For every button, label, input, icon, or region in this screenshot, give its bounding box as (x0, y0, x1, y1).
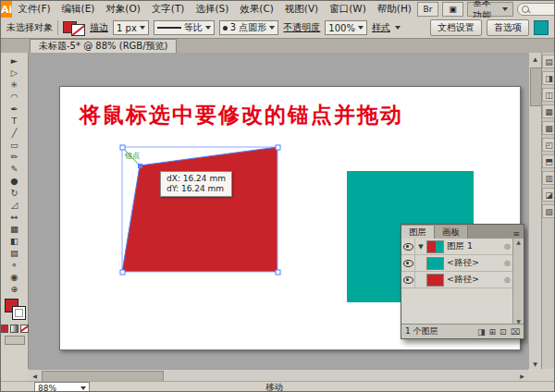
pen-tool[interactable]: ✒ (4, 103, 26, 115)
gradient-tool[interactable]: ▤ (4, 247, 26, 259)
scroll-up-icon[interactable]: ▲ (529, 53, 541, 64)
menu-file[interactable]: 文件(F) (12, 3, 56, 16)
opacity-panel-link[interactable]: 不透明度 (283, 21, 320, 34)
dock-panel-icon-color[interactable]: ▤ (542, 55, 555, 68)
scroll-left-icon[interactable]: ◀ (29, 370, 41, 381)
illustrator-window: { "app": { "logo": "Ai", "workspace": "基… (0, 0, 555, 392)
scale-tool[interactable]: ◿ (4, 199, 26, 211)
horizontal-scrollbar[interactable]: ◀ ▶ (29, 369, 528, 381)
type-tool[interactable]: T (4, 115, 26, 127)
scroll-up-icon[interactable]: ▲ (516, 239, 521, 245)
rotate-tool[interactable]: ↻ (4, 187, 26, 199)
eyedropper-tool[interactable]: ⌖ (4, 259, 26, 271)
path-name[interactable]: <路径> (447, 274, 504, 286)
tutorial-heading-text[interactable]: 将鼠标选中要修改的锚点并拖动 (80, 101, 403, 129)
dock-panel-icon-stroke[interactable]: ▩ (542, 121, 555, 135)
path-name[interactable]: <路径> (447, 257, 504, 269)
hand-tool[interactable]: ◉ (4, 271, 26, 283)
color-button[interactable] (0, 325, 8, 333)
red-rectangle-shape[interactable] (122, 147, 278, 272)
anchor-point[interactable] (276, 270, 280, 275)
visibility-cell[interactable] (401, 272, 415, 288)
draw-mode-button[interactable] (5, 336, 25, 345)
anchor-point[interactable] (276, 145, 280, 150)
blob-brush-tool[interactable]: ● (4, 175, 26, 187)
document-tab[interactable]: 未标题-5* @ 88% (RGB/预览) (30, 39, 177, 53)
color-mode-buttons (0, 325, 29, 333)
stroke-color-swatch[interactable] (12, 306, 26, 320)
workspace-switcher[interactable]: 基本功能 (467, 2, 513, 17)
line-segment-tool[interactable]: ╱ (4, 127, 26, 139)
layer-name[interactable]: 图层 1 (447, 240, 504, 252)
menu-type[interactable]: 文字(T) (146, 3, 191, 16)
stroke-panel-link[interactable]: 描边 (90, 21, 108, 34)
dock-panel-icon-gradient[interactable]: ◰ (542, 138, 555, 152)
arrange-documents-button[interactable]: ▣ (442, 2, 463, 17)
paintbrush-tool[interactable]: ✏ (4, 151, 26, 163)
free-transform-tool[interactable]: ▦ (4, 223, 26, 235)
target-icon[interactable]: ◎ (504, 276, 511, 284)
search-input[interactable] (517, 3, 555, 16)
target-icon[interactable]: ◎ (504, 242, 511, 251)
lasso-tool[interactable]: ◠ (4, 91, 26, 103)
opacity-dropdown[interactable]: 100% (325, 20, 367, 35)
anchor-point-original[interactable] (120, 145, 125, 150)
stroke-width-value: 1 px (117, 23, 137, 33)
stroke-width-dropdown[interactable]: 1 px (113, 20, 149, 35)
stroke-profile-dropdown[interactable]: 等比 (154, 20, 215, 35)
dock-panel-icon-appearance[interactable]: ▥ (542, 171, 555, 185)
tab-layers[interactable]: 图层 (401, 226, 435, 239)
pencil-tool[interactable]: ✎ (4, 163, 26, 175)
make-clipping-mask-button[interactable]: ◨ (477, 327, 486, 337)
new-layer-button[interactable]: ⊡ (500, 327, 507, 337)
menu-select[interactable]: 选择(S) (190, 3, 234, 16)
shape-builder-tool[interactable]: ◧ (4, 235, 26, 247)
anchor-point-dragged[interactable] (138, 164, 142, 168)
bridge-button[interactable]: Br (417, 2, 438, 17)
style-panel-link[interactable]: 样式 (372, 21, 390, 34)
path-row-red[interactable]: <路径> ◎ (401, 272, 513, 288)
layers-scrollbar[interactable]: ▲ ▼ (512, 239, 524, 325)
path-row-teal[interactable]: <路径> ◎ (401, 255, 513, 272)
menu-edit[interactable]: 编辑(E) (56, 3, 101, 16)
vertical-scroll-thumb[interactable] (530, 67, 542, 106)
teal-app-icon[interactable] (534, 20, 549, 35)
anchor-point[interactable] (120, 270, 125, 275)
zoom-tool[interactable]: ⊕ (4, 283, 26, 295)
direct-selection-tool[interactable]: ▷ (4, 67, 26, 79)
rectangle-tool[interactable]: ▭ (4, 139, 26, 151)
magic-wand-tool[interactable]: ✳ (4, 79, 26, 91)
dock-panel-icon-layers[interactable]: ▧ (542, 204, 555, 218)
width-tool[interactable]: ↔ (4, 211, 26, 223)
vertical-scrollbar[interactable]: ▲ ▼ (528, 53, 541, 369)
visibility-cell[interactable] (401, 239, 415, 254)
dock-panel-icon-graphic-styles[interactable]: ◪ (542, 188, 555, 202)
document-setup-button[interactable]: 文档设置 (430, 19, 482, 36)
zoom-level-dropdown[interactable]: 88% (34, 382, 90, 392)
dock-panel-icon-swatches[interactable]: ◨ (542, 71, 555, 85)
scroll-right-icon[interactable]: ▶ (516, 370, 528, 381)
none-button[interactable] (20, 325, 29, 333)
brush-dropdown[interactable]: 3 点圆形 (219, 20, 279, 35)
dock-panel-icon-symbols[interactable]: ▦ (542, 104, 555, 118)
visibility-cell[interactable] (401, 255, 415, 271)
target-icon[interactable]: ◎ (504, 259, 511, 267)
menu-window[interactable]: 窗口(W) (324, 3, 372, 16)
new-sublayer-button[interactable]: ⊞ (489, 327, 497, 337)
expand-triangle-icon[interactable]: ▼ (415, 243, 426, 251)
layer-row[interactable]: ▼ 图层 1 ◎ (401, 239, 513, 255)
dock-panel-icon-brushes[interactable]: ◫ (542, 88, 555, 102)
menu-view[interactable]: 视图(V) (279, 3, 324, 16)
menu-help[interactable]: 帮助(H) (372, 3, 417, 16)
dock-panel-icon-transparency[interactable]: ⬒ (542, 154, 555, 168)
panel-menu-icon[interactable]: ≡ (509, 229, 524, 239)
gradient-button[interactable] (10, 325, 18, 333)
selection-tool[interactable]: ► (4, 55, 26, 67)
menu-effect[interactable]: 效果(C) (234, 3, 279, 16)
stroke-color-swatch[interactable] (71, 24, 85, 36)
delete-layer-button[interactable]: ⌧ (511, 327, 520, 337)
tab-artboards[interactable]: 画板 (435, 226, 468, 239)
scroll-down-icon[interactable]: ▼ (529, 358, 541, 369)
menu-object[interactable]: 对象(O) (100, 3, 145, 16)
preferences-button[interactable]: 首选项 (487, 19, 529, 36)
